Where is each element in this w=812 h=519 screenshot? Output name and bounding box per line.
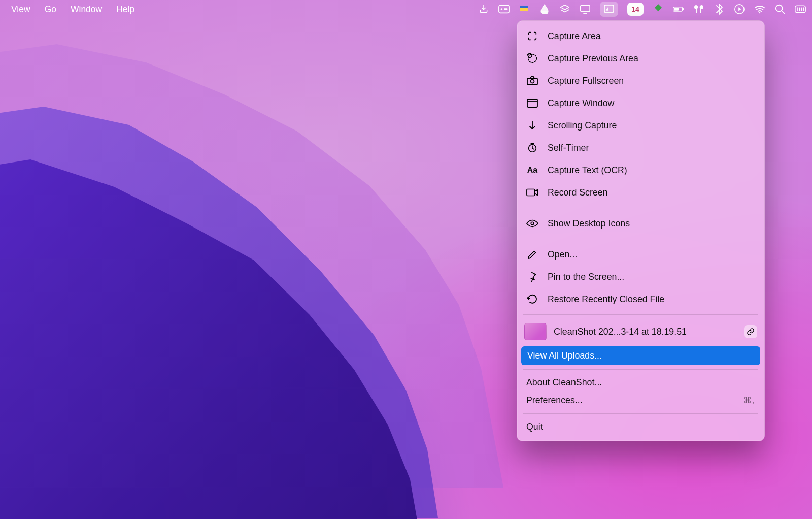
airpods-icon[interactable] <box>693 4 704 15</box>
menu-preferences[interactable]: Preferences... ⌘, <box>517 392 764 409</box>
svg-rect-12 <box>674 8 679 11</box>
svg-point-1 <box>501 8 503 10</box>
wifi-icon[interactable] <box>754 4 765 15</box>
menu-window[interactable]: Window <box>63 2 109 17</box>
pin-icon <box>526 271 538 283</box>
menu-view[interactable]: View <box>4 2 38 17</box>
capture-previous-icon <box>526 52 538 64</box>
menu-item-label: Quit <box>526 421 543 432</box>
separator <box>523 413 758 414</box>
menu-item-label: Capture Fullscreen <box>548 76 624 86</box>
menu-item-label: Restore Recently Closed File <box>548 294 664 305</box>
menu-item-label: Capture Previous Area <box>548 53 638 64</box>
eye-icon <box>526 217 538 230</box>
display-icon[interactable] <box>580 4 591 15</box>
layers-icon[interactable] <box>559 4 570 15</box>
svg-rect-13 <box>683 8 684 10</box>
svg-point-15 <box>759 12 761 14</box>
svg-rect-3 <box>520 6 528 8</box>
control-center-icon[interactable] <box>795 4 806 15</box>
menu-quit[interactable]: Quit <box>517 418 764 436</box>
menubar-right: 14 <box>478 2 806 17</box>
svg-rect-2 <box>504 8 507 10</box>
play-circle-icon[interactable] <box>734 4 745 15</box>
menu-capture-area[interactable]: Capture Area <box>517 25 764 47</box>
card-icon[interactable] <box>498 4 510 15</box>
svg-rect-28 <box>527 189 535 196</box>
menu-self-timer[interactable]: Self-Timer <box>517 137 764 159</box>
menu-show-desktop-icons[interactable]: Show Desktop Icons <box>517 212 764 235</box>
menubar-left: View Go Window Help <box>4 2 142 17</box>
calendar-icon[interactable]: 14 <box>627 3 644 16</box>
recent-filename: CleanShot 202...3-14 at 18.19.51 <box>554 327 737 337</box>
menu-item-label: Scrolling Capture <box>548 120 617 131</box>
menu-item-label: Capture Text (OCR) <box>548 165 627 176</box>
menu-item-label: Capture Area <box>548 31 601 42</box>
menu-go[interactable]: Go <box>38 2 63 17</box>
undo-icon <box>526 293 538 305</box>
calendar-date: 14 <box>631 5 639 13</box>
svg-point-29 <box>531 222 534 225</box>
menubar: View Go Window Help <box>0 0 812 18</box>
svg-rect-4 <box>520 8 528 11</box>
menu-restore-closed[interactable]: Restore Recently Closed File <box>517 288 764 310</box>
menu-item-label: About CleanShot... <box>526 377 602 388</box>
menu-item-label: Preferences... <box>526 395 583 406</box>
svg-point-24 <box>531 80 534 83</box>
menu-item-label: Open... <box>548 249 577 260</box>
menu-record-screen[interactable]: Record Screen <box>517 181 764 204</box>
svg-rect-6 <box>604 5 614 13</box>
menu-item-label: Show Desktop Icons <box>548 218 630 229</box>
menu-capture-window[interactable]: Capture Window <box>517 92 764 114</box>
copy-link-icon[interactable] <box>744 325 757 338</box>
cleanshot-dropdown-menu: Capture Area Capture Previous Area Captu… <box>517 20 765 441</box>
menu-item-label: Capture Window <box>548 98 614 109</box>
diamond-app-icon[interactable] <box>653 4 664 15</box>
menu-capture-fullscreen[interactable]: Capture Fullscreen <box>517 70 764 92</box>
menu-item-label: View All Uploads... <box>527 350 602 361</box>
bluetooth-icon[interactable] <box>714 4 725 15</box>
spotlight-search-icon[interactable] <box>774 4 786 15</box>
window-icon <box>526 97 538 109</box>
menu-about[interactable]: About CleanShot... <box>517 374 764 392</box>
pencil-icon <box>526 248 538 261</box>
flag-icon[interactable] <box>519 4 530 15</box>
menu-recent-upload[interactable]: CleanShot 202...3-14 at 18.19.51 <box>517 319 764 345</box>
battery-icon[interactable] <box>673 4 684 15</box>
menu-pin-to-screen[interactable]: Pin to the Screen... <box>517 266 764 288</box>
menu-item-label: Record Screen <box>548 187 608 198</box>
svg-rect-7 <box>655 4 662 11</box>
menu-scrolling-capture[interactable]: Scrolling Capture <box>517 114 764 137</box>
svg-rect-5 <box>581 6 590 12</box>
cleanshot-menubar-icon[interactable] <box>600 2 618 17</box>
separator <box>523 314 758 315</box>
separator <box>523 369 758 370</box>
menu-open[interactable]: Open... <box>517 243 764 266</box>
download-tray-icon[interactable] <box>478 4 489 15</box>
menu-capture-text[interactable]: Aa Capture Text (OCR) <box>517 159 764 181</box>
recent-thumbnail <box>524 323 547 340</box>
separator <box>523 239 758 239</box>
timer-icon <box>526 142 538 154</box>
droplet-icon[interactable] <box>539 4 550 15</box>
svg-rect-25 <box>527 99 537 107</box>
shortcut-label: ⌘, <box>743 395 755 406</box>
video-icon <box>526 186 538 199</box>
capture-area-icon <box>526 30 538 42</box>
menu-view-all-uploads[interactable]: View All Uploads... <box>521 346 760 365</box>
menu-capture-previous-area[interactable]: Capture Previous Area <box>517 47 764 70</box>
text-aa-icon: Aa <box>526 164 538 176</box>
camera-icon <box>526 75 538 87</box>
menu-item-label: Self-Timer <box>548 143 589 153</box>
menu-item-label: Pin to the Screen... <box>548 272 624 282</box>
menu-help[interactable]: Help <box>109 2 142 17</box>
scroll-down-icon <box>526 119 538 132</box>
separator <box>523 208 758 208</box>
